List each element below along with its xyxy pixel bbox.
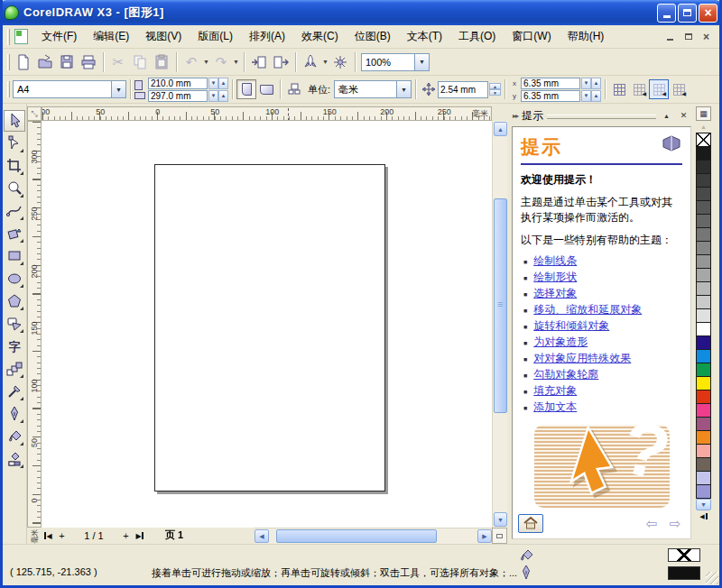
paper-height-input[interactable]: 297.0 mm [148,90,208,102]
menu-item[interactable]: 版面(L) [190,26,241,47]
freehand-tool[interactable] [4,200,25,222]
topic-link[interactable]: 移动、缩放和延展对象 [533,302,642,317]
chevron-down-icon[interactable]: ▼ [414,54,429,70]
color-swatch[interactable] [696,431,711,445]
color-swatch[interactable] [696,377,711,390]
width-up-spinner[interactable]: ▲ [218,78,228,89]
interactive-blend-tool[interactable] [4,358,25,380]
color-swatch[interactable] [696,215,711,228]
fill-color-swatch[interactable] [668,548,700,562]
duplicate-x-input[interactable]: 6.35 mm [521,78,580,89]
no-color-swatch[interactable] [696,133,711,147]
topic-link[interactable]: 添加文本 [533,400,577,414]
last-page-button[interactable]: ▶ [133,528,146,544]
color-swatch[interactable] [696,269,711,282]
color-swatch[interactable] [696,390,711,404]
units-combo[interactable]: 毫米 ▼ [334,80,412,98]
nudge-offset-input[interactable]: 2.54 mm [438,81,488,98]
pick-tool[interactable] [4,110,25,132]
topic-link[interactable]: 绘制形状 [533,270,577,284]
launcher-dropdown[interactable]: ▼ [321,59,329,65]
text-tool[interactable]: 字 [4,335,25,357]
landscape-button[interactable] [256,79,276,99]
page-indicator[interactable]: 1 / 1 [69,528,119,544]
undo-dropdown[interactable]: ▼ [202,59,210,65]
toolbar-grip[interactable] [7,54,10,70]
document-icon[interactable] [14,29,28,44]
ruler-origin[interactable] [27,106,42,121]
propbar-grip[interactable] [7,81,10,97]
width-down-spinner[interactable]: ▼ [208,78,218,89]
title-bar[interactable]: CorelDRAW X3 - [图形1] × [0,0,722,25]
color-swatch[interactable] [696,282,711,296]
close-button[interactable]: × [699,4,717,23]
color-swatch[interactable] [696,309,711,323]
ellipse-tool[interactable] [4,268,25,289]
smart-fill-tool[interactable] [4,223,25,244]
horizontal-ruler[interactable]: 10050050100150200250 毫米 [42,106,492,121]
menu-item[interactable]: 文本(T) [399,26,450,47]
chevron-down-icon[interactable]: ▼ [396,81,411,97]
polygon-tool[interactable] [4,290,25,312]
cut-button[interactable]: ✂ [107,51,129,73]
nudge-up-spinner[interactable]: ▲ [489,83,501,89]
color-swatch[interactable] [696,336,711,350]
topic-link[interactable]: 绘制线条 [533,253,577,268]
horizontal-scrollbar[interactable]: ◀ ▶ [255,528,492,544]
color-swatch[interactable] [696,445,711,458]
color-swatch[interactable] [696,228,711,242]
docker-collapse-button[interactable]: ▲ [660,109,673,122]
menubar-grip[interactable] [7,29,10,45]
copy-button[interactable] [129,51,151,73]
paper-preset-combo[interactable]: A4 ▼ [13,80,126,98]
menu-item[interactable]: 编辑(E) [85,26,137,47]
vertical-scroll-thumb[interactable] [494,198,507,413]
forward-button[interactable]: ⇨ [665,515,685,532]
vertical-ruler[interactable]: 300250200150100500 [27,121,42,528]
snap-to-guidelines-button[interactable]: ◀ [629,79,649,99]
horizontal-scroll-thumb[interactable] [276,529,437,543]
add-page-before-button[interactable]: + [55,528,69,544]
scroll-down-button[interactable]: ▼ [494,512,507,527]
palette-scroll-down-button[interactable]: ▼ [696,499,711,510]
interactive-fill-tool[interactable] [4,448,25,470]
export-button[interactable] [270,51,292,73]
home-button[interactable] [518,514,543,533]
palette-options-button[interactable]: ▦ [696,106,711,121]
topic-link[interactable]: 填充对象 [533,383,577,398]
color-swatch[interactable] [696,458,711,472]
outline-color-swatch[interactable] [668,566,700,580]
zoom-tool[interactable] [4,178,25,199]
paste-button[interactable] [151,51,172,73]
dynamic-guides-button[interactable]: ◀ [669,79,689,99]
dup-x-up-spinner[interactable]: ▲ [591,78,601,89]
docker-title-bar[interactable]: ▸▸ 提示 ▲ ✕ [510,106,693,124]
menu-item[interactable]: 视图(V) [137,26,190,47]
dup-y-down-spinner[interactable]: ▼ [581,90,591,102]
color-swatch[interactable] [696,418,711,431]
basic-shapes-tool[interactable] [4,313,25,335]
chevron-down-icon[interactable]: ▼ [111,81,125,97]
menu-item[interactable]: 位图(B) [347,26,399,47]
doc-minimize-button[interactable] [662,30,678,43]
redo-dropdown[interactable]: ▼ [232,59,240,65]
color-swatch[interactable] [696,255,711,269]
scroll-up-button[interactable]: ▲ [494,122,507,136]
restore-button[interactable] [678,4,697,23]
color-swatch[interactable] [696,350,711,363]
color-swatch[interactable] [696,485,711,499]
eyedropper-tool[interactable] [4,381,25,402]
color-swatch[interactable] [696,472,711,485]
color-swatch[interactable] [696,201,711,215]
open-button[interactable] [34,51,56,73]
page-tab[interactable]: 页 1 [146,528,202,544]
add-page-after-button[interactable]: + [119,528,133,544]
doc-restore-button[interactable] [680,30,696,43]
corel-online-button[interactable] [329,51,351,73]
new-button[interactable] [13,51,34,73]
print-button[interactable] [78,51,99,73]
menu-item[interactable]: 窗口(W) [504,26,559,47]
shape-tool[interactable] [4,133,25,154]
topic-link[interactable]: 为对象造形 [533,335,588,349]
crop-tool[interactable] [4,155,25,177]
